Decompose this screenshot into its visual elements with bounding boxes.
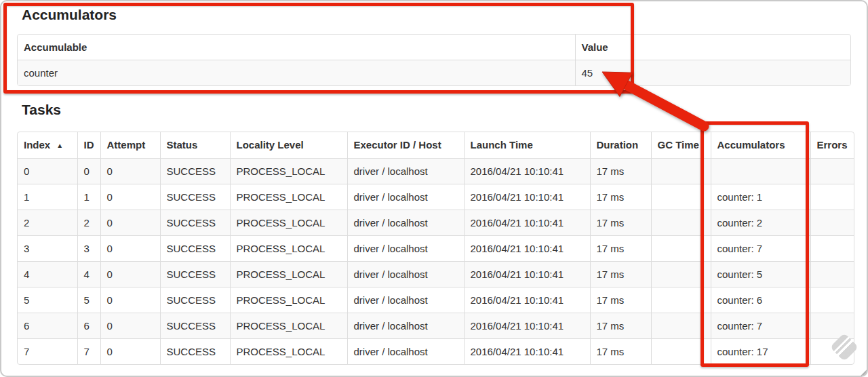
table-cell: 2: [77, 210, 100, 236]
table-cell: 5: [18, 287, 77, 313]
column-header-gc-time[interactable]: GC Time: [651, 132, 711, 159]
column-header-errors[interactable]: Errors: [810, 132, 854, 159]
table-cell: 7: [18, 339, 77, 365]
table-cell: PROCESS_LOCAL: [230, 210, 347, 236]
table-cell: counter: 7: [711, 313, 810, 339]
accumulable-name-cell: counter: [18, 60, 575, 86]
column-header-attempt[interactable]: Attempt: [100, 132, 160, 159]
table-cell: [651, 159, 711, 184]
table-cell: 2016/04/21 10:10:41: [464, 313, 590, 339]
table-cell: SUCCESS: [160, 236, 230, 262]
table-cell: [810, 210, 854, 236]
table-cell: 7: [77, 339, 100, 365]
table-cell: [810, 287, 854, 313]
table-cell: 5: [77, 287, 100, 313]
table-cell: 17 ms: [590, 287, 651, 313]
table-row: 550SUCCESSPROCESS_LOCALdriver / localhos…: [18, 287, 854, 313]
table-cell: counter: 1: [711, 184, 810, 210]
table-cell: 4: [77, 262, 100, 287]
table-cell: PROCESS_LOCAL: [230, 184, 347, 210]
table-row: 000SUCCESSPROCESS_LOCALdriver / localhos…: [18, 159, 854, 184]
table-cell: [651, 262, 711, 287]
table-cell: [651, 184, 711, 210]
table-cell: 17 ms: [590, 159, 651, 184]
table-cell: driver / localhost: [347, 159, 464, 184]
table-cell: SUCCESS: [160, 287, 230, 313]
table-cell: driver / localhost: [347, 313, 464, 339]
table-cell: 17 ms: [590, 210, 651, 236]
table-cell: driver / localhost: [347, 236, 464, 262]
table-cell: 0: [77, 159, 100, 184]
column-header-index[interactable]: Index▲: [18, 132, 77, 159]
table-row: 440SUCCESSPROCESS_LOCALdriver / localhos…: [18, 262, 854, 287]
table-cell: 17 ms: [590, 313, 651, 339]
column-header-locality-level[interactable]: Locality Level: [230, 132, 347, 159]
table-cell: 2016/04/21 10:10:41: [464, 159, 590, 184]
table-cell: 1: [18, 184, 77, 210]
table-cell: 2016/04/21 10:10:41: [464, 236, 590, 262]
table-cell: 0: [100, 210, 160, 236]
table-cell: PROCESS_LOCAL: [230, 159, 347, 184]
table-row: 220SUCCESSPROCESS_LOCALdriver / localhos…: [18, 210, 854, 236]
table-row: 770SUCCESSPROCESS_LOCALdriver / localhos…: [18, 339, 854, 365]
table-cell: 0: [18, 159, 77, 184]
table-cell: counter: 5: [711, 262, 810, 287]
table-cell: driver / localhost: [347, 184, 464, 210]
table-cell: counter: 17: [711, 339, 810, 365]
table-cell: [651, 236, 711, 262]
table-cell: driver / localhost: [347, 287, 464, 313]
table-cell: 2016/04/21 10:10:41: [464, 184, 590, 210]
table-cell: [711, 159, 810, 184]
table-row: 330SUCCESSPROCESS_LOCALdriver / localhos…: [18, 236, 854, 262]
table-cell: [651, 313, 711, 339]
table-cell: 1: [77, 184, 100, 210]
table-cell: PROCESS_LOCAL: [230, 236, 347, 262]
table-cell: [810, 262, 854, 287]
column-header-index-label: Index: [24, 139, 50, 151]
table-cell: 2: [18, 210, 77, 236]
tasks-section-title: Tasks: [22, 102, 61, 118]
table-cell: SUCCESS: [160, 159, 230, 184]
table-cell: SUCCESS: [160, 262, 230, 287]
table-cell: 2016/04/21 10:10:41: [464, 339, 590, 365]
table-cell: [810, 236, 854, 262]
table-cell: driver / localhost: [347, 262, 464, 287]
table-cell: [810, 313, 854, 339]
table-cell: 2016/04/21 10:10:41: [464, 210, 590, 236]
table-cell: 17 ms: [590, 262, 651, 287]
table-cell: SUCCESS: [160, 210, 230, 236]
table-cell: SUCCESS: [160, 184, 230, 210]
table-cell: [810, 184, 854, 210]
accumulable-value-cell: 45: [575, 60, 850, 86]
table-cell: PROCESS_LOCAL: [230, 339, 347, 365]
column-header-duration[interactable]: Duration: [590, 132, 651, 159]
column-header-executor-id-host[interactable]: Executor ID / Host: [347, 132, 464, 159]
table-cell: 0: [100, 236, 160, 262]
tasks-table: Index▲ ID Attempt Status Locality Level …: [17, 132, 854, 365]
table-cell: PROCESS_LOCAL: [230, 313, 347, 339]
accumulator-row: counter 45: [18, 60, 850, 86]
table-cell: 4: [18, 262, 77, 287]
accumulable-column-header: Accumulable: [18, 35, 575, 60]
value-column-header: Value: [575, 35, 850, 60]
table-cell: 0: [100, 184, 160, 210]
column-header-launch-time[interactable]: Launch Time: [464, 132, 590, 159]
table-cell: [651, 210, 711, 236]
table-cell: PROCESS_LOCAL: [230, 262, 347, 287]
table-cell: driver / localhost: [347, 210, 464, 236]
table-row: 110SUCCESSPROCESS_LOCALdriver / localhos…: [18, 184, 854, 210]
column-header-status[interactable]: Status: [160, 132, 230, 159]
table-cell: 17 ms: [590, 339, 651, 365]
table-cell: counter: 6: [711, 287, 810, 313]
table-cell: 6: [18, 313, 77, 339]
column-header-id[interactable]: ID: [77, 132, 100, 159]
table-cell: 0: [100, 287, 160, 313]
accumulators-table: Accumulable Value counter 45: [17, 34, 851, 86]
spark-stage-detail-page: Accumulators Accumulable Value counter 4…: [0, 0, 868, 377]
table-cell: PROCESS_LOCAL: [230, 287, 347, 313]
column-header-accumulators[interactable]: Accumulators: [711, 132, 810, 159]
table-cell: counter: 7: [711, 236, 810, 262]
table-cell: 0: [100, 313, 160, 339]
table-cell: 2016/04/21 10:10:41: [464, 287, 590, 313]
table-cell: 0: [100, 339, 160, 365]
